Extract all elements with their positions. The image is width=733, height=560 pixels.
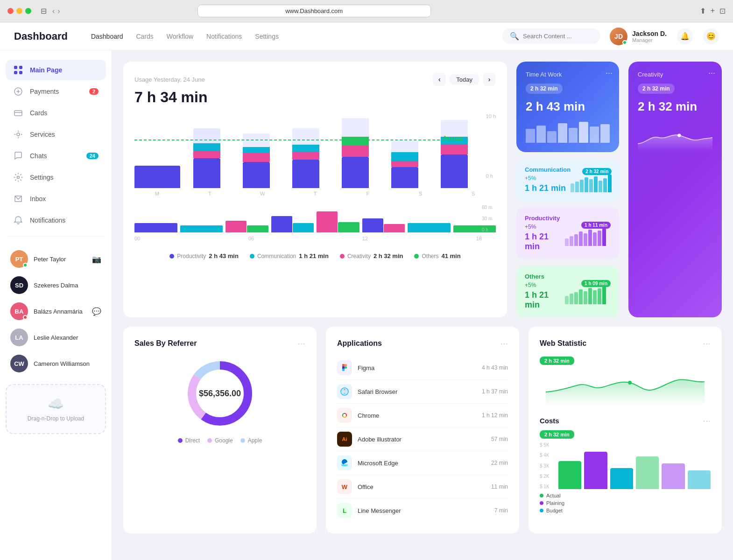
cost-y-label: $ 2K (540, 474, 550, 479)
prod-title: Productivity (525, 215, 565, 222)
avg-label: Average (443, 135, 463, 140)
sales-menu-dots[interactable]: ··· (297, 338, 305, 349)
nav-link-workflow[interactable]: Workflow (167, 33, 193, 40)
online-indicator (622, 40, 627, 45)
settings-icon[interactable]: 😊 (703, 28, 719, 44)
legend-dot (169, 254, 174, 259)
legend-label: Plaining (546, 500, 564, 506)
stat-title: Time At Work (526, 71, 610, 78)
time-y-label: 0 h (482, 227, 496, 232)
x-label: W (240, 191, 285, 196)
user-avatar: JD (610, 28, 627, 45)
more-dots-icon[interactable]: ··· (708, 68, 715, 78)
mini-bars (565, 228, 611, 246)
more-dots-icon[interactable]: ··· (606, 68, 613, 78)
share-icon[interactable]: ⬆ (700, 7, 706, 15)
contact-peter-taylor[interactable]: PT Peter Taylor 📷 (6, 246, 106, 272)
back-icon[interactable]: ‹ (52, 7, 55, 15)
sidebar-item-payments[interactable]: Payments 2 (6, 81, 106, 102)
tabs-icon[interactable]: ⊡ (719, 7, 726, 15)
web-stat-menu-dots[interactable]: ··· (703, 338, 711, 349)
contact-name: Balázs Annamária (34, 308, 86, 315)
next-date-button[interactable]: › (483, 73, 496, 86)
contact-szekeres-dalma[interactable]: SD Szekeres Dalma (6, 272, 106, 298)
applications-card: Applications ··· (326, 327, 519, 533)
sidebar-toggle-icon[interactable]: ⊟ (41, 7, 47, 15)
upload-icon: ☁️ (48, 396, 64, 412)
others-badge: 1 h 09 min (581, 280, 611, 287)
sidebar-item-label: Services (30, 131, 55, 138)
nav-link-notifications[interactable]: Notifications (206, 33, 242, 40)
costs-legend: Actual Plaining Budget (540, 493, 711, 513)
time-x-label: 06 (248, 236, 254, 241)
app-time: 57 min (491, 436, 508, 442)
notification-bell[interactable]: 🔔 (677, 28, 693, 44)
average-line (134, 140, 463, 140)
contact-balazs-annamaria[interactable]: BA Balázs Annamária 💬 (6, 298, 106, 324)
bars-container (134, 113, 477, 188)
others-value: 1 h 21 min (525, 290, 565, 310)
app-name: Microsoft Edge (358, 460, 486, 467)
nav-link-cards[interactable]: Cards (136, 33, 153, 40)
main-container: Main Page Payments 2 Cards (0, 50, 733, 560)
comm-change: +5% (525, 175, 571, 182)
sidebar-item-main-page[interactable]: Main Page (6, 60, 106, 80)
x-label: S (451, 191, 496, 196)
avatar: PT (10, 250, 28, 268)
forward-icon[interactable]: › (57, 7, 60, 15)
minimize-button[interactable] (16, 8, 22, 14)
avatar: BA (10, 302, 28, 320)
nav-link-dashboard[interactable]: Dashboard (91, 33, 123, 40)
time-y-label: 60 m (482, 205, 496, 210)
contacts-section: PT Peter Taylor 📷 SD Szekeres Dalma BA B… (0, 241, 112, 377)
sidebar-item-label: Inbox (30, 195, 46, 203)
sidebar-item-inbox[interactable]: Inbox (6, 189, 106, 209)
url-bar[interactable]: www.Dashboard.com (197, 5, 431, 17)
nav-user: JD Jackson D. Manager 🔔 😊 (610, 28, 719, 45)
legend-dot (340, 254, 345, 259)
today-label: Today (450, 74, 479, 85)
app-item-line: L Line Messenger 7 min (337, 499, 508, 522)
sidebar-item-chats[interactable]: Chats 24 (6, 146, 106, 166)
close-button[interactable] (7, 8, 14, 14)
svg-rect-2 (14, 71, 17, 74)
contact-name: Leslie Alexander (34, 334, 101, 341)
others-title: Others (525, 273, 565, 280)
payments-badge: 2 (89, 88, 99, 95)
upload-section[interactable]: ☁️ Drag-n-Drop to Upload (6, 384, 106, 434)
costs-menu-dots[interactable]: ··· (703, 415, 711, 426)
app-item-edge: Microsoft Edge 22 min (337, 451, 508, 475)
donut-center: $56,356.00 (199, 389, 241, 399)
legend-dot (540, 501, 543, 505)
usage-date: Usage Yesterday, 24 June (134, 76, 205, 83)
sidebar-item-settings[interactable]: Settings (6, 167, 106, 188)
new-tab-icon[interactable]: + (711, 7, 715, 15)
browser-actions: ⬆ + ⊡ (700, 7, 726, 15)
search-input[interactable] (523, 33, 593, 40)
x-label: M (134, 191, 180, 196)
app-item-safari: Safari Browser 1 h 37 min (337, 380, 508, 404)
top-row: Usage Yesterday, 24 June ‹ Today › 7 h 3… (123, 62, 722, 317)
apps-menu-dots[interactable]: ··· (500, 338, 508, 349)
prod-chart: 1 h 11 min (565, 222, 611, 245)
nav-link-settings[interactable]: Settings (255, 33, 279, 40)
svg-rect-1 (19, 66, 22, 69)
donut-legend: Direct Google Apple (178, 437, 262, 444)
contact-cameron-williamson[interactable]: CW Cameron Williamson (6, 350, 106, 377)
sidebar-item-notifications[interactable]: Notifications (6, 210, 106, 231)
maximize-button[interactable] (25, 8, 31, 14)
contact-leslie-alexander[interactable]: LA Leslie Alexander (6, 324, 106, 350)
cost-bars (540, 442, 711, 489)
svg-point-20 (343, 414, 346, 417)
sidebar-item-services[interactable]: Services (6, 124, 106, 145)
user-role: Manager (632, 37, 667, 43)
svg-rect-5 (14, 111, 22, 116)
legend-label: Communication (257, 253, 296, 259)
legend-dot (414, 254, 419, 259)
sidebar-item-cards[interactable]: Cards (6, 103, 106, 123)
prev-date-button[interactable]: ‹ (433, 73, 446, 86)
svg-point-6 (17, 133, 20, 136)
x-label: S (398, 191, 443, 196)
legend-value: 1 h 21 min (299, 252, 329, 259)
app-item-office: W Office 11 min (337, 475, 508, 499)
